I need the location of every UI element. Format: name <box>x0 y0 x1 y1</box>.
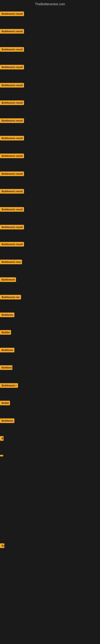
bottleneck-item-20[interactable]: Bottlene <box>0 365 12 371</box>
bottleneck-item-10[interactable]: Bottleneck result <box>0 189 24 194</box>
bottleneck-badge-17: Bottlenec <box>0 312 14 317</box>
bottleneck-badge-6: Bottleneck result <box>0 118 24 123</box>
bottleneck-item-7[interactable]: Bottleneck result <box>0 136 24 141</box>
bottleneck-badge-8: Bottleneck result <box>0 154 24 158</box>
bottleneck-item-22[interactable]: Bottle <box>0 401 10 406</box>
bottleneck-item-0[interactable]: Bottleneck result <box>0 12 24 17</box>
bottleneck-item-9[interactable]: Bottleneck result <box>0 172 24 177</box>
bottleneck-badge-20: Bottlene <box>0 365 12 370</box>
bottleneck-badge-26: Bo <box>0 544 4 548</box>
bottleneck-badge-25 <box>0 455 3 456</box>
bottleneck-item-11[interactable]: Bottleneck result <box>0 207 24 212</box>
bottleneck-badge-9: Bottleneck result <box>0 172 24 176</box>
bottleneck-badge-13: Bottleneck result <box>0 242 24 246</box>
bottleneck-item-13[interactable]: Bottleneck result <box>0 242 24 247</box>
site-title: TheBottlenecker.com <box>0 1 100 8</box>
bottleneck-item-25[interactable] <box>0 454 3 457</box>
bottleneck-badge-4: Bottleneck result <box>0 83 24 88</box>
bottleneck-item-5[interactable]: Bottleneck result <box>0 100 24 106</box>
bottleneck-item-8[interactable]: Bottleneck result <box>0 154 24 159</box>
bottleneck-item-6[interactable]: Bottleneck result <box>0 118 24 124</box>
bottleneck-badge-22: Bottle <box>0 401 10 405</box>
bottleneck-badge-7: Bottleneck result <box>0 136 24 140</box>
bottleneck-badge-15: Bottleneck <box>0 277 16 282</box>
bottleneck-badge-16: Bottleneck res <box>0 295 21 300</box>
bottleneck-badge-21: Bottleneck r <box>0 383 18 388</box>
bottleneck-item-23[interactable]: Bottlenec <box>0 418 14 424</box>
bottleneck-badge-0: Bottleneck result <box>0 12 24 16</box>
bottleneck-badge-2: Bottleneck result <box>0 47 24 52</box>
bottleneck-item-21[interactable]: Bottleneck r <box>0 383 18 388</box>
bottleneck-badge-19: Bottlenec <box>0 348 14 352</box>
bottleneck-item-17[interactable]: Bottlenec <box>0 312 14 318</box>
bottleneck-badge-12: Bottleneck result <box>0 225 24 230</box>
bottleneck-badge-11: Bottleneck result <box>0 207 24 212</box>
bottleneck-item-19[interactable]: Bottlenec <box>0 348 14 353</box>
bottleneck-badge-5: Bottleneck result <box>0 100 24 105</box>
bottleneck-item-15[interactable]: Bottleneck <box>0 277 16 283</box>
bottleneck-badge-3: Bottleneck result <box>0 65 24 70</box>
bottleneck-badge-23: Bottlenec <box>0 418 14 423</box>
bottleneck-item-26[interactable]: Bo <box>0 544 4 549</box>
bottleneck-badge-10: Bottleneck result <box>0 189 24 194</box>
bottleneck-item-12[interactable]: Bottleneck result <box>0 225 24 230</box>
bottleneck-badge-1: Bottleneck result <box>0 29 24 34</box>
bottleneck-item-24[interactable]: B <box>0 436 3 442</box>
bottleneck-item-3[interactable]: Bottleneck result <box>0 65 24 70</box>
bottleneck-item-16[interactable]: Bottleneck res <box>0 295 21 300</box>
bottleneck-item-4[interactable]: Bottleneck result <box>0 83 24 88</box>
bottleneck-item-1[interactable]: Bottleneck result <box>0 29 24 34</box>
bottleneck-item-14[interactable]: Bottleneck resu <box>0 260 22 265</box>
bottleneck-badge-24: B <box>0 436 3 441</box>
bottleneck-item-18[interactable]: Bottler <box>0 330 11 336</box>
bottleneck-badge-18: Bottler <box>0 330 11 335</box>
bottleneck-badge-14: Bottleneck resu <box>0 260 22 264</box>
bottleneck-item-2[interactable]: Bottleneck result <box>0 47 24 52</box>
